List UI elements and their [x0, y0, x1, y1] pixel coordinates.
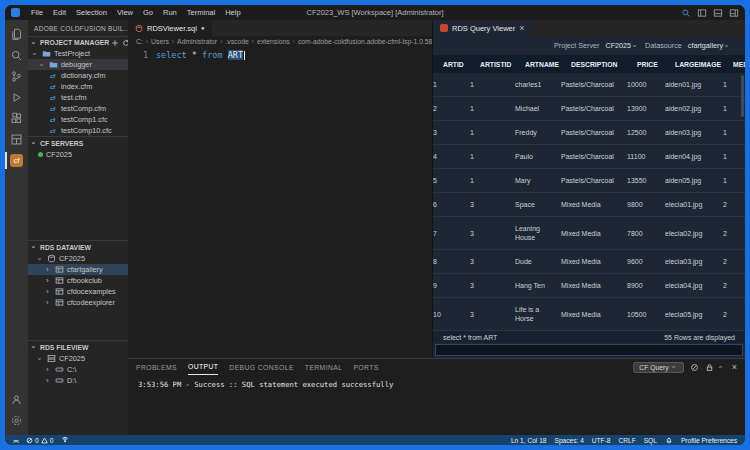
tree-item-datasource[interactable]: cfartgallery [28, 264, 128, 275]
status-item[interactable]: Spaces: 4 [554, 437, 583, 444]
account-icon[interactable] [5, 389, 28, 410]
lock-icon[interactable] [705, 363, 714, 372]
scrollbar[interactable] [741, 75, 744, 117]
tab-rdsviewer-sql[interactable]: RDSViewer.sql [128, 20, 212, 36]
run-debug-icon[interactable] [5, 87, 28, 108]
project-manager-header[interactable]: PROJECT MANAGER [28, 37, 128, 49]
column-header[interactable]: MEDIA [733, 61, 745, 68]
rds-dataview-header[interactable]: RDS DATAVIEW [28, 241, 128, 253]
status-item[interactable]: SQL [644, 437, 657, 444]
bell-icon[interactable] [665, 436, 673, 444]
tree-item-drive[interactable]: D:\ [28, 375, 128, 386]
remote-explorer-icon[interactable] [5, 129, 28, 150]
tree-item-testproject[interactable]: TestProject [28, 49, 128, 60]
tree-item-file[interactable]: testComp10.cfc [28, 125, 128, 136]
output-channel-select[interactable]: CF Query [633, 362, 683, 373]
tree-item-drive[interactable]: C:\ [28, 364, 128, 375]
table-row[interactable]: 6 3 Space Mixed Media 9800 elecia01.jpg … [433, 193, 745, 217]
code-editor[interactable]: 1 select * from ART [128, 47, 432, 358]
breadcrumb-item[interactable]: Administrator [169, 38, 217, 45]
datasource-select[interactable]: cfartgallery [688, 41, 731, 50]
project-server-select[interactable]: CF2025 [606, 41, 640, 50]
column-header[interactable]: ARTID [443, 61, 478, 68]
maximize-panel-icon[interactable] [720, 364, 726, 370]
tree-item-debugger[interactable]: debugger [28, 59, 128, 70]
panel-tab[interactable]: PROBLEMS [136, 359, 177, 375]
menu-item[interactable]: Terminal [182, 8, 220, 17]
tree-item-datasource[interactable]: cfcodeexplorer [28, 297, 128, 308]
panel-tab[interactable]: PORTS [353, 359, 378, 375]
menu-item[interactable]: View [112, 8, 138, 17]
table-row[interactable]: 10 3 Life is a Horse Mixed Media 10500 e… [433, 298, 745, 330]
source-control-icon[interactable] [5, 66, 28, 87]
cell-price: 13900 [627, 104, 663, 113]
search-icon[interactable] [681, 8, 691, 18]
tree-item-datasource[interactable]: cfbookclub [28, 275, 128, 286]
toggle-sidebar-icon[interactable] [697, 8, 707, 18]
table-row[interactable]: 3 1 Freddy Pastels/Charcoal 12500 aiden0… [433, 121, 745, 145]
column-header[interactable]: ARTISTID [480, 61, 523, 68]
cf-servers-header[interactable]: CF SERVERS [28, 137, 128, 149]
breadcrumb-item[interactable]: Users [143, 38, 169, 45]
column-header[interactable]: LARGEIMAGE [675, 61, 731, 68]
status-item[interactable]: Ln 1, Col 18 [511, 437, 547, 444]
cell-price: 9600 [627, 257, 663, 266]
search-sidebar-icon[interactable] [5, 45, 28, 66]
menu-item[interactable]: Run [158, 8, 182, 17]
table-row[interactable]: 1 1 charles1 Pastels/Charcoal 10000 aide… [433, 73, 745, 97]
tree-item-cf2025-server[interactable]: CF2025 [28, 149, 128, 160]
explorer-icon[interactable] [5, 24, 28, 45]
toggle-panel-icon[interactable] [713, 8, 723, 18]
panel-tab[interactable]: DEBUG CONSOLE [229, 359, 294, 375]
remote-indicator-icon[interactable] [13, 437, 18, 444]
status-item[interactable]: UTF-8 [592, 437, 611, 444]
extensions-icon[interactable] [5, 108, 28, 129]
cell-price: 11100 [627, 152, 663, 161]
tree-item-datasource[interactable]: cfdocexamples [28, 286, 128, 297]
modified-dot-icon[interactable] [201, 25, 205, 31]
breadcrumb-item[interactable]: .vscode [217, 38, 249, 45]
add-icon[interactable] [111, 39, 119, 47]
output-content[interactable]: 3:53:56 PM - Success :: SQL statement ex… [128, 375, 745, 435]
profile-preferences-item[interactable]: Profile Preferences [681, 437, 737, 444]
column-header[interactable]: ARTNAME [525, 61, 569, 68]
tree-item-fileview-server[interactable]: CF2025 [28, 353, 128, 364]
app-icon[interactable] [11, 8, 20, 17]
table-row[interactable]: 7 3 Leaning House Mixed Media 7800 eleci… [433, 217, 745, 250]
table-row[interactable]: 2 1 Michael Pastels/Charcoal 13900 aiden… [433, 97, 745, 121]
menu-item[interactable]: Help [220, 8, 245, 17]
tree-item-file[interactable]: test.cfm [28, 92, 128, 103]
table-row[interactable]: 9 3 Hang Ten Mixed Media 8900 elecia04.j… [433, 274, 745, 298]
tree-item-file[interactable]: dictionary.cfm [28, 70, 128, 81]
menu-item[interactable]: Selection [71, 8, 112, 17]
column-header[interactable]: DESCRIPTION [571, 61, 635, 68]
customize-layout-icon[interactable] [729, 8, 739, 18]
breadcrumb-item[interactable]: extensions [249, 38, 290, 45]
tab-rds-query-viewer[interactable]: RDS Query Viewer [433, 20, 531, 36]
menu-item[interactable]: Edit [48, 8, 71, 17]
table-row[interactable]: 4 1 Paulo Pastels/Charcoal 11100 aiden04… [433, 145, 745, 169]
rds-fileview-header[interactable]: RDS FILEVIEW [28, 341, 128, 353]
table-row[interactable]: 5 1 Mary Pastels/Charcoal 13550 aiden05.… [433, 169, 745, 193]
table-row[interactable]: 8 3 Dude Mixed Media 9600 elecia03.jpg 2 [433, 250, 745, 274]
query-input[interactable] [435, 344, 743, 356]
menu-item[interactable]: File [26, 8, 48, 17]
breadcrumb-item[interactable]: com-adobe-coldfusion.adobe-cfml-lsp-1.0.… [290, 38, 432, 45]
tree-item-file[interactable]: testComp.cfm [28, 103, 128, 114]
coldfusion-icon[interactable] [5, 150, 28, 171]
breadcrumb-item[interactable]: C: [136, 38, 143, 45]
broadcast-icon[interactable] [61, 436, 69, 444]
close-panel-icon[interactable] [732, 363, 737, 372]
problems-indicator[interactable]: 0 0 [26, 437, 53, 444]
column-header[interactable]: PRICE [637, 61, 673, 68]
tree-item-dataview-server[interactable]: CF2025 [28, 253, 128, 264]
clear-output-icon[interactable] [690, 363, 699, 372]
tree-item-file[interactable]: index.cfm [28, 81, 128, 92]
status-item[interactable]: CRLF [619, 437, 636, 444]
close-icon[interactable] [519, 24, 524, 33]
panel-tab[interactable]: OUTPUT [188, 359, 218, 375]
tree-item-file[interactable]: testComp1.cfc [28, 114, 128, 125]
settings-gear-icon[interactable] [5, 410, 28, 431]
menu-item[interactable]: Go [138, 8, 158, 17]
panel-tab[interactable]: TERMINAL [305, 359, 343, 375]
